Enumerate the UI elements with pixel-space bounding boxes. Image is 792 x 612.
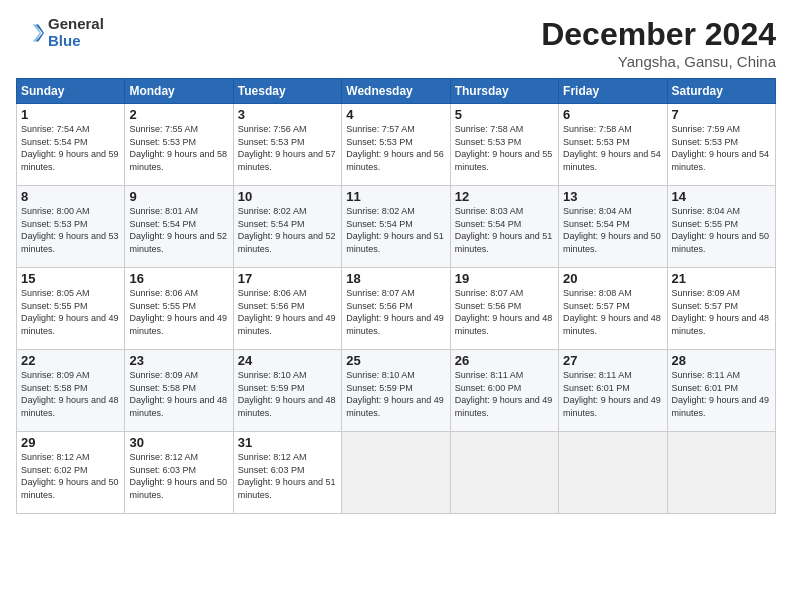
- table-row: 5 Sunrise: 7:58 AMSunset: 5:53 PMDayligh…: [450, 104, 558, 186]
- day-info: Sunrise: 8:09 AMSunset: 5:58 PMDaylight:…: [21, 370, 119, 418]
- calendar-container: General Blue December 2024 Yangsha, Gans…: [0, 0, 792, 522]
- day-number: 9: [129, 189, 228, 204]
- table-row: 15 Sunrise: 8:05 AMSunset: 5:55 PMDaylig…: [17, 268, 125, 350]
- day-info: Sunrise: 8:04 AMSunset: 5:55 PMDaylight:…: [672, 206, 770, 254]
- header-saturday: Saturday: [667, 79, 775, 104]
- calendar-week-row: 15 Sunrise: 8:05 AMSunset: 5:55 PMDaylig…: [17, 268, 776, 350]
- table-row: 9 Sunrise: 8:01 AMSunset: 5:54 PMDayligh…: [125, 186, 233, 268]
- logo-blue: Blue: [48, 33, 104, 50]
- day-number: 2: [129, 107, 228, 122]
- day-number: 26: [455, 353, 554, 368]
- location: Yangsha, Gansu, China: [541, 53, 776, 70]
- day-number: 7: [672, 107, 771, 122]
- day-number: 4: [346, 107, 445, 122]
- table-row: 24 Sunrise: 8:10 AMSunset: 5:59 PMDaylig…: [233, 350, 341, 432]
- table-row: 4 Sunrise: 7:57 AMSunset: 5:53 PMDayligh…: [342, 104, 450, 186]
- day-info: Sunrise: 7:59 AMSunset: 5:53 PMDaylight:…: [672, 124, 770, 172]
- day-number: 27: [563, 353, 662, 368]
- day-info: Sunrise: 8:01 AMSunset: 5:54 PMDaylight:…: [129, 206, 227, 254]
- day-info: Sunrise: 8:12 AMSunset: 6:02 PMDaylight:…: [21, 452, 119, 500]
- day-info: Sunrise: 8:12 AMSunset: 6:03 PMDaylight:…: [238, 452, 336, 500]
- day-info: Sunrise: 8:09 AMSunset: 5:57 PMDaylight:…: [672, 288, 770, 336]
- day-number: 20: [563, 271, 662, 286]
- day-info: Sunrise: 8:03 AMSunset: 5:54 PMDaylight:…: [455, 206, 553, 254]
- table-row: 23 Sunrise: 8:09 AMSunset: 5:58 PMDaylig…: [125, 350, 233, 432]
- day-info: Sunrise: 8:08 AMSunset: 5:57 PMDaylight:…: [563, 288, 661, 336]
- day-info: Sunrise: 8:11 AMSunset: 6:00 PMDaylight:…: [455, 370, 553, 418]
- day-number: 14: [672, 189, 771, 204]
- table-row: 28 Sunrise: 8:11 AMSunset: 6:01 PMDaylig…: [667, 350, 775, 432]
- day-number: 18: [346, 271, 445, 286]
- logo-general: General: [48, 16, 104, 33]
- day-info: Sunrise: 8:11 AMSunset: 6:01 PMDaylight:…: [563, 370, 661, 418]
- day-number: 23: [129, 353, 228, 368]
- empty-cell: [342, 432, 450, 514]
- day-number: 22: [21, 353, 120, 368]
- day-info: Sunrise: 8:07 AMSunset: 5:56 PMDaylight:…: [455, 288, 553, 336]
- calendar-week-row: 1 Sunrise: 7:54 AMSunset: 5:54 PMDayligh…: [17, 104, 776, 186]
- empty-cell: [450, 432, 558, 514]
- day-number: 3: [238, 107, 337, 122]
- day-number: 1: [21, 107, 120, 122]
- weekday-header-row: Sunday Monday Tuesday Wednesday Thursday…: [17, 79, 776, 104]
- day-info: Sunrise: 7:58 AMSunset: 5:53 PMDaylight:…: [563, 124, 661, 172]
- logo-text: General Blue: [48, 16, 104, 49]
- table-row: 18 Sunrise: 8:07 AMSunset: 5:56 PMDaylig…: [342, 268, 450, 350]
- day-info: Sunrise: 8:12 AMSunset: 6:03 PMDaylight:…: [129, 452, 227, 500]
- day-number: 8: [21, 189, 120, 204]
- day-info: Sunrise: 7:57 AMSunset: 5:53 PMDaylight:…: [346, 124, 444, 172]
- day-number: 16: [129, 271, 228, 286]
- table-row: 2 Sunrise: 7:55 AMSunset: 5:53 PMDayligh…: [125, 104, 233, 186]
- month-title: December 2024: [541, 16, 776, 53]
- calendar-week-row: 22 Sunrise: 8:09 AMSunset: 5:58 PMDaylig…: [17, 350, 776, 432]
- table-row: 19 Sunrise: 8:07 AMSunset: 5:56 PMDaylig…: [450, 268, 558, 350]
- table-row: 27 Sunrise: 8:11 AMSunset: 6:01 PMDaylig…: [559, 350, 667, 432]
- day-number: 28: [672, 353, 771, 368]
- calendar-table: Sunday Monday Tuesday Wednesday Thursday…: [16, 78, 776, 514]
- day-info: Sunrise: 8:05 AMSunset: 5:55 PMDaylight:…: [21, 288, 119, 336]
- calendar-week-row: 29 Sunrise: 8:12 AMSunset: 6:02 PMDaylig…: [17, 432, 776, 514]
- table-row: 11 Sunrise: 8:02 AMSunset: 5:54 PMDaylig…: [342, 186, 450, 268]
- header-sunday: Sunday: [17, 79, 125, 104]
- title-block: December 2024 Yangsha, Gansu, China: [541, 16, 776, 70]
- day-info: Sunrise: 8:06 AMSunset: 5:56 PMDaylight:…: [238, 288, 336, 336]
- day-number: 29: [21, 435, 120, 450]
- day-info: Sunrise: 7:55 AMSunset: 5:53 PMDaylight:…: [129, 124, 227, 172]
- table-row: 31 Sunrise: 8:12 AMSunset: 6:03 PMDaylig…: [233, 432, 341, 514]
- table-row: 7 Sunrise: 7:59 AMSunset: 5:53 PMDayligh…: [667, 104, 775, 186]
- day-info: Sunrise: 8:04 AMSunset: 5:54 PMDaylight:…: [563, 206, 661, 254]
- table-row: 29 Sunrise: 8:12 AMSunset: 6:02 PMDaylig…: [17, 432, 125, 514]
- day-number: 10: [238, 189, 337, 204]
- day-info: Sunrise: 8:00 AMSunset: 5:53 PMDaylight:…: [21, 206, 119, 254]
- table-row: 20 Sunrise: 8:08 AMSunset: 5:57 PMDaylig…: [559, 268, 667, 350]
- day-info: Sunrise: 8:11 AMSunset: 6:01 PMDaylight:…: [672, 370, 770, 418]
- header-wednesday: Wednesday: [342, 79, 450, 104]
- day-number: 6: [563, 107, 662, 122]
- table-row: 3 Sunrise: 7:56 AMSunset: 5:53 PMDayligh…: [233, 104, 341, 186]
- day-info: Sunrise: 8:10 AMSunset: 5:59 PMDaylight:…: [346, 370, 444, 418]
- day-number: 15: [21, 271, 120, 286]
- calendar-week-row: 8 Sunrise: 8:00 AMSunset: 5:53 PMDayligh…: [17, 186, 776, 268]
- table-row: 8 Sunrise: 8:00 AMSunset: 5:53 PMDayligh…: [17, 186, 125, 268]
- day-number: 17: [238, 271, 337, 286]
- table-row: 16 Sunrise: 8:06 AMSunset: 5:55 PMDaylig…: [125, 268, 233, 350]
- table-row: 17 Sunrise: 8:06 AMSunset: 5:56 PMDaylig…: [233, 268, 341, 350]
- header-monday: Monday: [125, 79, 233, 104]
- table-row: 13 Sunrise: 8:04 AMSunset: 5:54 PMDaylig…: [559, 186, 667, 268]
- day-number: 11: [346, 189, 445, 204]
- day-info: Sunrise: 7:54 AMSunset: 5:54 PMDaylight:…: [21, 124, 119, 172]
- table-row: 14 Sunrise: 8:04 AMSunset: 5:55 PMDaylig…: [667, 186, 775, 268]
- day-info: Sunrise: 8:06 AMSunset: 5:55 PMDaylight:…: [129, 288, 227, 336]
- day-info: Sunrise: 8:09 AMSunset: 5:58 PMDaylight:…: [129, 370, 227, 418]
- header-thursday: Thursday: [450, 79, 558, 104]
- table-row: 6 Sunrise: 7:58 AMSunset: 5:53 PMDayligh…: [559, 104, 667, 186]
- calendar-header: General Blue December 2024 Yangsha, Gans…: [16, 16, 776, 70]
- day-number: 5: [455, 107, 554, 122]
- day-number: 21: [672, 271, 771, 286]
- day-info: Sunrise: 8:10 AMSunset: 5:59 PMDaylight:…: [238, 370, 336, 418]
- day-number: 12: [455, 189, 554, 204]
- day-number: 19: [455, 271, 554, 286]
- day-info: Sunrise: 8:07 AMSunset: 5:56 PMDaylight:…: [346, 288, 444, 336]
- table-row: 12 Sunrise: 8:03 AMSunset: 5:54 PMDaylig…: [450, 186, 558, 268]
- day-info: Sunrise: 8:02 AMSunset: 5:54 PMDaylight:…: [346, 206, 444, 254]
